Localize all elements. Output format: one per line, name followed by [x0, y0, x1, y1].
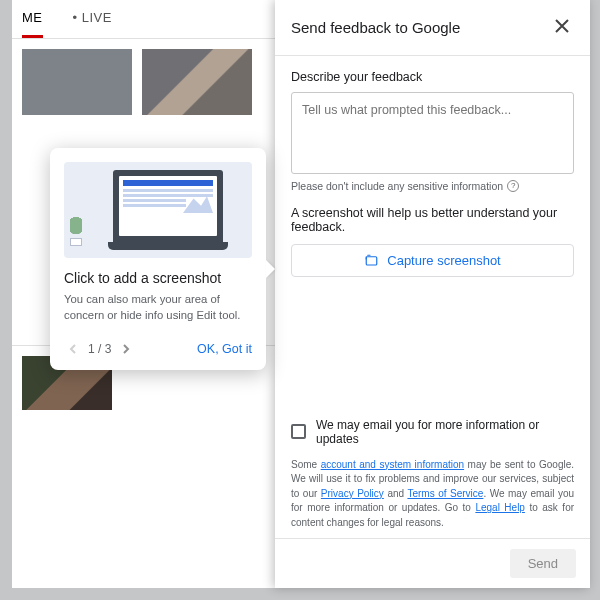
- svg-rect-0: [367, 257, 378, 265]
- panel-header: Send feedback to Google: [275, 0, 590, 56]
- prev-button[interactable]: [64, 340, 82, 358]
- capture-screenshot-button[interactable]: Capture screenshot: [291, 244, 574, 277]
- coach-tooltip: Click to add a screenshot You can also m…: [50, 148, 266, 370]
- legal-help-link[interactable]: Legal Help: [475, 502, 525, 513]
- account-info-link[interactable]: account and system information: [321, 459, 464, 470]
- coach-pager: 1 / 3: [64, 340, 135, 358]
- help-icon[interactable]: ?: [507, 180, 519, 192]
- legal-text: Some account and system information may …: [291, 458, 574, 531]
- chevron-left-icon: [68, 344, 78, 354]
- close-button[interactable]: [550, 14, 574, 41]
- email-opt-in-label: We may email you for more information or…: [316, 418, 574, 446]
- email-opt-in-row[interactable]: We may email you for more information or…: [291, 418, 574, 446]
- send-button[interactable]: Send: [510, 549, 576, 578]
- illustration: [64, 162, 252, 258]
- close-icon: [554, 18, 570, 34]
- privacy-policy-link[interactable]: Privacy Policy: [321, 488, 384, 499]
- next-button[interactable]: [117, 340, 135, 358]
- coach-title: Click to add a screenshot: [64, 270, 252, 286]
- feedback-panel: Send feedback to Google Describe your fe…: [275, 0, 590, 588]
- step-indicator: 1 / 3: [88, 342, 111, 356]
- screenshot-icon: [364, 253, 379, 268]
- coach-body: You can also mark your area of concern o…: [64, 292, 252, 324]
- describe-label: Describe your feedback: [291, 70, 574, 84]
- terms-of-service-link[interactable]: Terms of Service: [407, 488, 483, 499]
- chevron-right-icon: [121, 344, 131, 354]
- sensitive-hint: Please don't include any sensitive infor…: [291, 180, 574, 192]
- screenshot-paragraph: A screenshot will help us better underst…: [291, 206, 574, 234]
- panel-title: Send feedback to Google: [291, 19, 460, 36]
- panel-footer: Send: [275, 538, 590, 588]
- checkbox-icon[interactable]: [291, 424, 306, 439]
- feedback-textarea[interactable]: [291, 92, 574, 174]
- ok-got-it-button[interactable]: OK, Got it: [197, 342, 252, 356]
